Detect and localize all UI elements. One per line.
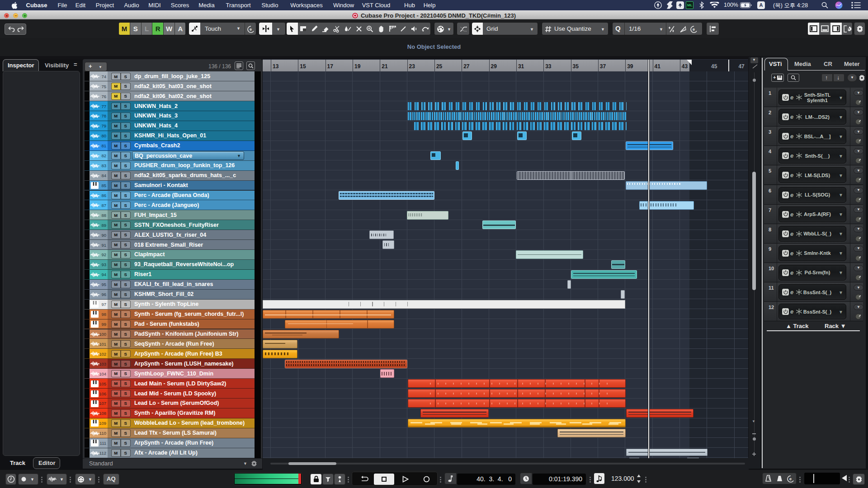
svg-text:e: e [250, 27, 252, 32]
svg-text:e: e [789, 477, 792, 481]
svg-text:e: e [693, 27, 695, 32]
